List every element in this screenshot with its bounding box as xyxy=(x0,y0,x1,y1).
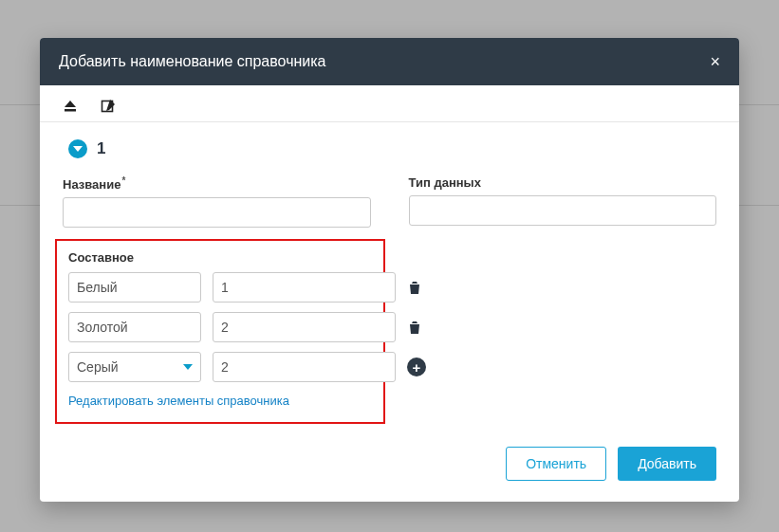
composite-name-text: Белый xyxy=(77,280,118,295)
composite-value-input[interactable] xyxy=(213,352,396,382)
svg-rect-4 xyxy=(416,286,417,292)
edit-icon[interactable] xyxy=(101,99,116,114)
composite-value-input[interactable] xyxy=(213,312,396,342)
svg-rect-7 xyxy=(416,326,417,332)
edit-elements-link[interactable]: Редактировать элементы справочника xyxy=(68,394,289,408)
composite-name-text: Серый xyxy=(77,359,119,375)
composite-label: Составное xyxy=(68,250,372,265)
svg-rect-6 xyxy=(414,326,415,332)
svg-rect-3 xyxy=(414,286,415,292)
section-header: 1 xyxy=(68,139,716,158)
composite-name-cell[interactable]: Белый xyxy=(68,272,201,303)
composite-row: Серый + xyxy=(68,352,372,382)
modal-footer: Отменить Добавить xyxy=(63,447,716,481)
type-label: Тип данных xyxy=(409,175,717,190)
modal-title: Добавить наименование справочника xyxy=(59,53,325,70)
svg-rect-0 xyxy=(65,109,76,112)
chevron-down-icon xyxy=(73,146,83,152)
delete-row-button[interactable] xyxy=(407,278,422,297)
svg-rect-2 xyxy=(413,286,414,292)
modal-dialog: Добавить наименование справочника × 1 На… xyxy=(40,38,739,502)
composite-row: Белый xyxy=(68,272,372,303)
modal-body: 1 Название Тип данных Составное Белый xyxy=(40,122,739,502)
composite-section: Составное Белый Золотой xyxy=(55,239,385,424)
add-row-button[interactable]: + xyxy=(407,358,426,376)
name-input[interactable] xyxy=(63,197,371,228)
modal-toolbar xyxy=(40,85,739,122)
section-number: 1 xyxy=(97,139,105,158)
eject-icon[interactable] xyxy=(63,99,78,114)
composite-row: Золотой xyxy=(68,312,372,342)
field-type-col: Тип данных xyxy=(409,175,717,228)
composite-value-input[interactable] xyxy=(213,272,396,303)
composite-name-text: Золотой xyxy=(77,320,128,335)
close-button[interactable]: × xyxy=(710,53,720,70)
modal-header: Добавить наименование справочника × xyxy=(40,38,739,85)
name-label: Название xyxy=(63,175,371,192)
field-name-col: Название xyxy=(63,175,371,228)
page-backdrop: Добавить наименование справочника × 1 На… xyxy=(0,0,779,532)
field-grid: Название Тип данных xyxy=(63,175,716,228)
svg-rect-5 xyxy=(413,326,414,332)
type-input[interactable] xyxy=(409,195,717,226)
composite-name-select[interactable]: Серый xyxy=(68,352,201,382)
plus-icon: + xyxy=(407,358,426,376)
chevron-down-icon xyxy=(183,364,193,370)
submit-button[interactable]: Добавить xyxy=(618,447,716,481)
composite-name-cell[interactable]: Золотой xyxy=(68,312,201,342)
delete-row-button[interactable] xyxy=(407,318,422,337)
collapse-toggle[interactable] xyxy=(68,139,87,158)
cancel-button[interactable]: Отменить xyxy=(506,447,606,481)
